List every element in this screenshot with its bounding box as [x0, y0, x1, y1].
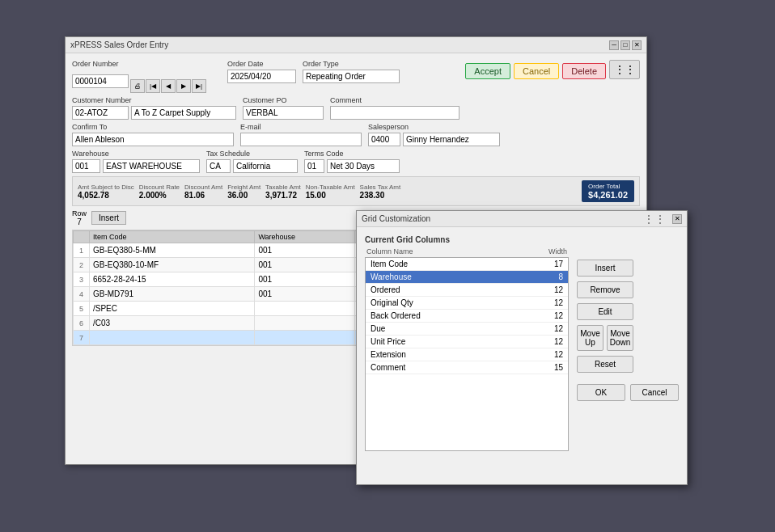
warehouse-cell — [255, 331, 355, 345]
more-options-button[interactable]: ⋮⋮ — [609, 60, 640, 79]
column-list-item[interactable]: Comment 15 — [366, 361, 568, 374]
salesperson-group: Salesperson — [368, 123, 500, 146]
row-number: 7 — [74, 331, 90, 345]
col-width-value: 17 — [554, 260, 563, 268]
dialog-close-btn[interactable]: ✕ — [672, 214, 682, 224]
row-number: 1 — [74, 243, 90, 258]
col-width-value: 12 — [554, 285, 563, 294]
order-date-input[interactable] — [227, 70, 296, 83]
title-controls: ─ □ ✕ — [609, 40, 642, 50]
column-list-item[interactable]: Extension 12 — [366, 348, 568, 361]
reset-button[interactable]: Reset — [577, 356, 633, 373]
minimize-btn[interactable]: ─ — [609, 40, 619, 50]
col-name: Extension — [371, 350, 406, 359]
warehouse-cell: 001 — [255, 272, 355, 287]
insert-button[interactable]: Insert — [91, 211, 126, 225]
disc-rate-value: 2.000% — [139, 191, 180, 200]
nav-first-btn[interactable]: |◀ — [146, 79, 160, 93]
move-down-button[interactable]: Move Down — [607, 325, 633, 351]
freight-label: Freight Amt — [227, 184, 260, 191]
non-taxable-value: 15.00 — [306, 191, 355, 200]
warehouse-cell — [255, 302, 355, 316]
discount-amt: Discount Amt 81.06 — [184, 184, 222, 200]
close-btn[interactable]: ✕ — [632, 40, 642, 50]
amt-subject-label: Amt Subject to Disc — [78, 184, 134, 191]
dialog-cancel-button[interactable]: Cancel — [630, 384, 679, 401]
order-type-group: Order Type — [303, 60, 400, 83]
comment-input[interactable] — [330, 106, 459, 120]
dots-icon: ⋮⋮ — [614, 63, 635, 76]
move-up-button[interactable]: Move Up — [577, 325, 603, 351]
salesperson-code-input[interactable] — [368, 133, 400, 146]
nav-last-btn[interactable]: ▶| — [192, 79, 206, 93]
form-row-3: Confirm To E-mail Salesperson — [72, 123, 640, 146]
order-type-input[interactable] — [303, 70, 400, 83]
dialog-dots-icon: ⋮⋮ — [643, 213, 666, 226]
cancel-button[interactable]: Cancel — [514, 63, 559, 79]
accept-button[interactable]: Accept — [465, 63, 510, 79]
nav-prev-btn[interactable]: ◀ — [161, 79, 176, 93]
column-list-item[interactable]: Item Code 17 — [366, 258, 568, 271]
email-input[interactable] — [240, 133, 362, 146]
order-date-label: Order Date — [227, 60, 296, 68]
delete-button[interactable]: Delete — [562, 63, 606, 79]
warehouse-code-input[interactable] — [72, 159, 100, 173]
comment-group: Comment — [330, 96, 459, 120]
amt-subject-to-disc: Amt Subject to Disc 4,052.78 — [78, 184, 134, 200]
freight-value: 36.00 — [227, 191, 260, 200]
column-list-item[interactable]: Ordered 12 — [366, 284, 568, 297]
freight-amt: Freight Amt 36.00 — [227, 184, 260, 200]
comment-label: Comment — [330, 96, 459, 104]
confirm-to-group: Confirm To — [72, 123, 234, 146]
order-number-input[interactable] — [72, 74, 129, 88]
salesperson-name-input[interactable] — [403, 133, 500, 146]
column-list-area: Current Grid Columns Column Name Width I… — [365, 235, 569, 476]
col-name: Comment — [371, 363, 405, 372]
ok-button[interactable]: OK — [577, 384, 625, 401]
form-row-2: Customer Number Customer PO Comment — [72, 96, 640, 120]
row-number: 4 — [74, 287, 90, 302]
terms-name-input[interactable] — [327, 159, 400, 173]
order-number-label: Order Number — [72, 60, 206, 68]
item-code-cell: GB-EQ380-10-MF — [90, 258, 255, 272]
order-type-label: Order Type — [303, 60, 400, 68]
row-number: 5 — [74, 302, 90, 316]
remove-col-button[interactable]: Remove — [577, 281, 633, 298]
sales-tax-amt: Sales Tax Amt 238.30 — [360, 184, 401, 200]
disc-amt-label: Discount Amt — [184, 184, 222, 191]
confirm-to-input[interactable] — [72, 133, 234, 146]
nav-print-btn[interactable]: 🖨 — [130, 79, 145, 93]
column-list-item[interactable]: Unit Price 12 — [366, 336, 568, 348]
column-list-item[interactable]: Due 12 — [366, 323, 568, 336]
col-num — [74, 231, 90, 243]
insert-col-button[interactable]: Insert — [577, 260, 633, 277]
tax-schedule-group: Tax Schedule — [206, 150, 298, 173]
tax-schedule-name-input[interactable] — [233, 159, 298, 173]
edit-col-button[interactable]: Edit — [577, 303, 633, 320]
column-list-item[interactable]: Original Qty 12 — [366, 297, 568, 310]
customer-po-input[interactable] — [243, 106, 324, 120]
column-list-item[interactable]: Back Ordered 12 — [366, 310, 568, 323]
sales-tax-value: 238.30 — [360, 191, 401, 200]
customer-name-input[interactable] — [131, 106, 236, 120]
column-list[interactable]: Item Code 17 Warehouse 8 Ordered 12 Orig… — [365, 257, 569, 451]
row-value: 7 — [77, 217, 82, 226]
terms-code-input[interactable] — [304, 159, 324, 173]
tax-schedule-code-input[interactable] — [206, 159, 231, 173]
item-code-cell: /C03 — [90, 316, 255, 331]
warehouse-name-input[interactable] — [103, 159, 200, 173]
order-total-box: Order Total $4,261.02 — [582, 180, 634, 202]
order-total-label: Order Total — [588, 183, 628, 190]
taxable-value: 3,971.72 — [265, 191, 301, 200]
move-buttons-row: Move Up Move Down — [577, 325, 679, 351]
customer-number-group: Customer Number — [72, 96, 236, 120]
column-list-item[interactable]: Warehouse 8 — [366, 271, 568, 284]
col-name-header: Column Name — [366, 247, 413, 255]
maximize-btn[interactable]: □ — [620, 40, 630, 50]
taxable-label: Taxable Amt — [265, 184, 301, 191]
nav-next-btn[interactable]: ▶ — [176, 79, 191, 93]
column-list-subheader: Column Name Width — [365, 247, 569, 255]
customer-code-input[interactable] — [72, 106, 129, 120]
email-label: E-mail — [240, 123, 362, 131]
disc-rate-label: Discount Rate — [139, 184, 180, 191]
